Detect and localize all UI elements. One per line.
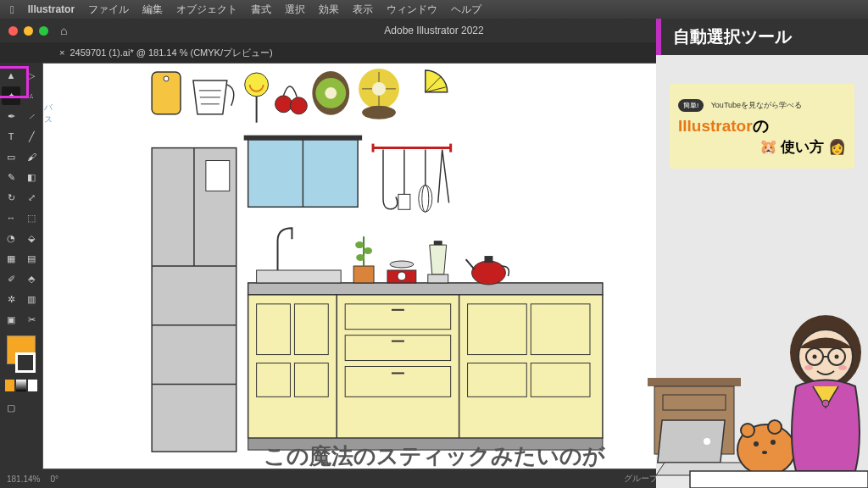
slice-tool[interactable]: ✂ [22,310,41,329]
svg-rect-91 [690,471,868,488]
svg-point-18 [362,106,396,119]
tab-close-icon[interactable]: × [59,47,64,58]
magic-wand-tool[interactable]: ✦ [2,86,20,105]
svg-point-89 [838,365,847,370]
app-name[interactable]: Illustrator [28,3,75,15]
curvature-tool[interactable]: ⟋ [22,107,41,125]
free-transform-tool[interactable]: ⬚ [22,208,41,227]
eyedropper-tool[interactable]: ✐ [2,269,20,288]
svg-point-46 [398,272,406,280]
artwork-illustration [43,64,723,469]
tab-label: 2459701 (1).ai* @ 181.14 % (CMYK/プレビュー) [70,47,272,59]
gradient-mode-swatch[interactable] [16,380,25,391]
rotate-tool[interactable]: ↻ [2,188,20,207]
artboard-tool[interactable]: ▣ [2,310,20,329]
menu-select[interactable]: 選択 [285,3,305,17]
zoom-level[interactable]: 181.14% [7,474,40,484]
window-controls [8,26,48,36]
course-subtitle: YouTubeを見ながら学べる [711,101,802,109]
shape-builder-tool[interactable]: ◔ [2,229,20,247]
svg-point-47 [390,261,414,268]
svg-rect-49 [434,241,442,245]
canvas[interactable] [42,63,724,469]
svg-rect-26 [206,161,230,191]
svg-rect-48 [428,274,448,283]
mesh-tool[interactable]: ▦ [2,249,20,268]
macos-menubar:  Illustrator ファイル 編集 オブジェクト 書式 選択 効果 表示… [0,0,868,19]
course-card: 簡単! YouTubeを見ながら学べる Illustratorの 🐹 使い方 👩 [670,84,854,169]
svg-point-11 [325,87,337,99]
paintbrush-tool[interactable]: 🖌 [22,147,41,166]
course-brand: Illustrator [678,117,753,135]
stroke-color-swatch[interactable] [15,352,36,373]
rectangle-tool[interactable]: ▭ [2,147,20,166]
video-overlay: 自動選択ツール 簡単! YouTubeを見ながら学べる Illustratorの… [656,19,868,488]
menu-window[interactable]: ウィンドウ [387,3,437,17]
svg-point-76 [741,424,754,437]
none-mode-swatch[interactable] [28,380,37,391]
graph-tool[interactable]: ▥ [22,290,41,308]
symbol-sprayer-tool[interactable]: ✲ [2,290,20,308]
svg-point-79 [771,440,776,445]
type-tool[interactable]: T [2,127,20,146]
pen-tool[interactable]: ✒ [2,107,20,125]
svg-point-80 [762,451,767,454]
line-tool[interactable]: ╱ [22,127,41,146]
rotation-status[interactable]: 0° [50,474,58,484]
svg-rect-73 [658,420,725,463]
selection-tool[interactable]: ▲ [2,66,20,85]
svg-rect-38 [248,283,603,295]
width-tool[interactable]: ↔ [2,208,20,227]
course-use: 使い方 [781,139,824,155]
menu-help[interactable]: ヘルプ [451,3,481,17]
svg-point-86 [813,355,817,359]
maximize-button[interactable] [39,26,48,36]
svg-point-88 [804,365,813,370]
minimize-button[interactable] [24,26,33,36]
svg-rect-40 [353,266,374,283]
svg-point-37 [422,185,429,212]
svg-point-1 [164,76,169,81]
svg-rect-29 [244,136,362,141]
lasso-tool[interactable]: ႓ [22,86,41,105]
course-no: の [753,117,769,135]
svg-rect-70 [648,378,741,386]
svg-rect-39 [257,270,342,283]
svg-point-74 [704,438,710,445]
svg-point-78 [754,441,759,446]
shaper-tool[interactable]: ✎ [2,168,20,186]
menu-view[interactable]: 表示 [353,3,373,17]
toolbox: ▲▷ ✦႓ ✒⟋ T╱ ▭🖌 ✎◧ ↻⤢ ↔⬚ ◔⬙ ▦▤ ✐⬘ ✲▥ ▣✂ ▢… [0,63,42,469]
window-title: Adobe Illustrator 2022 [384,25,483,36]
svg-point-44 [356,254,364,261]
svg-point-50 [472,261,506,285]
eraser-tool[interactable]: ◧ [22,168,41,186]
menu-file[interactable]: ファイル [88,3,129,17]
document-tab[interactable]: × 2459701 (1).ai* @ 181.14 % (CMYK/プレビュー… [51,47,281,59]
course-badge: 簡単! [678,99,704,112]
close-button[interactable] [8,26,18,36]
scale-tool[interactable]: ⤢ [22,188,41,207]
direct-selection-tool[interactable]: ▷ [22,66,41,85]
svg-point-77 [768,420,782,434]
apple-logo-icon:  [10,3,14,16]
menu-object[interactable]: オブジェクト [176,3,237,17]
home-icon[interactable]: ⌂ [60,24,67,37]
presenter-illustration [648,268,868,488]
svg-rect-34 [398,194,410,209]
svg-point-13 [372,82,386,96]
gradient-tool[interactable]: ▤ [22,249,41,268]
svg-point-36 [419,185,432,212]
menu-effect[interactable]: 効果 [319,3,339,17]
perspective-tool[interactable]: ⬙ [22,229,41,247]
menu-type[interactable]: 書式 [251,3,271,17]
svg-point-90 [822,400,829,407]
svg-point-7 [275,96,292,113]
svg-point-42 [355,241,364,248]
svg-point-5 [245,73,269,97]
screen-mode-tool[interactable]: ▢ [2,398,20,417]
color-mode-swatch[interactable] [5,380,14,391]
svg-point-87 [835,355,839,359]
blend-tool[interactable]: ⬘ [22,269,41,288]
menu-edit[interactable]: 編集 [142,3,163,17]
